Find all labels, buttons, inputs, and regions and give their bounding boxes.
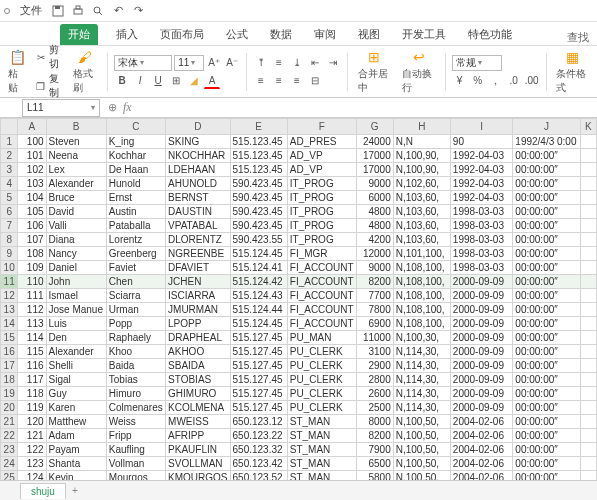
cell[interactable]: IT_PROG: [287, 233, 356, 247]
conditional-format-button[interactable]: ▦ 条件格式: [552, 49, 593, 95]
cell[interactable]: 2500: [356, 401, 393, 415]
cell[interactable]: N,100,50,: [393, 457, 450, 471]
cell[interactable]: 00:00:00″: [513, 205, 580, 219]
cell[interactable]: 00:00:00″: [513, 387, 580, 401]
cell[interactable]: 590.423.55: [230, 233, 287, 247]
align-right-icon[interactable]: ≡: [289, 73, 305, 89]
cell[interactable]: 6000: [356, 191, 393, 205]
cell[interactable]: VPATABAL: [166, 219, 230, 233]
add-sheet-button[interactable]: +: [72, 485, 78, 496]
cell[interactable]: 6500: [356, 457, 393, 471]
cell[interactable]: N,114,30,: [393, 373, 450, 387]
row-header[interactable]: 6: [1, 205, 18, 219]
cell[interactable]: [580, 317, 596, 331]
spreadsheet-grid[interactable]: ABCDEFGHIJK1100StevenK_ingSKING515.123.4…: [0, 118, 597, 500]
row-header[interactable]: 24: [1, 457, 18, 471]
font-family-select[interactable]: 宋体▾: [114, 55, 172, 71]
cell[interactable]: 1992-04-03: [450, 191, 512, 205]
find-menu[interactable]: 查找: [567, 30, 589, 45]
cell[interactable]: 515.123.45: [230, 135, 287, 149]
cell[interactable]: Bruce: [46, 191, 106, 205]
cell[interactable]: ST_MAN: [287, 443, 356, 457]
cell[interactable]: 2004-02-06: [450, 443, 512, 457]
cell[interactable]: IT_PROG: [287, 219, 356, 233]
cell[interactable]: 101: [18, 149, 46, 163]
file-menu[interactable]: 文件: [20, 3, 42, 18]
cell[interactable]: Ismael: [46, 289, 106, 303]
cell[interactable]: 1998-03-03: [450, 205, 512, 219]
cell[interactable]: FI_ACCOUNT: [287, 261, 356, 275]
cell[interactable]: PU_CLERK: [287, 345, 356, 359]
cell[interactable]: 1998-03-03: [450, 219, 512, 233]
cell[interactable]: 106: [18, 219, 46, 233]
row-header[interactable]: 9: [1, 247, 18, 261]
cell[interactable]: 00:00:00″: [513, 303, 580, 317]
cell[interactable]: Lorentz: [106, 233, 165, 247]
row-header[interactable]: 5: [1, 191, 18, 205]
save-icon[interactable]: [50, 3, 66, 19]
cell[interactable]: [580, 275, 596, 289]
cut-icon[interactable]: ✂: [34, 49, 47, 65]
cell[interactable]: 00:00:00″: [513, 177, 580, 191]
col-header-B[interactable]: B: [46, 119, 106, 135]
cell[interactable]: IT_PROG: [287, 191, 356, 205]
cell[interactable]: Weiss: [106, 415, 165, 429]
cell[interactable]: 00:00:00″: [513, 261, 580, 275]
row-header[interactable]: 15: [1, 331, 18, 345]
row-header[interactable]: 19: [1, 387, 18, 401]
cell[interactable]: N,100,90,: [393, 149, 450, 163]
cell[interactable]: GHIMURO: [166, 387, 230, 401]
undo-icon[interactable]: ↶: [110, 3, 126, 19]
cell[interactable]: 1992-04-03: [450, 163, 512, 177]
cell[interactable]: N,N: [393, 135, 450, 149]
cell[interactable]: N,108,100,: [393, 303, 450, 317]
cell[interactable]: 650.123.22: [230, 429, 287, 443]
cell[interactable]: 2000-09-09: [450, 303, 512, 317]
cell[interactable]: Colmenares: [106, 401, 165, 415]
cell[interactable]: 7900: [356, 443, 393, 457]
cell[interactable]: 17000: [356, 149, 393, 163]
tab-页面布局[interactable]: 页面布局: [156, 24, 208, 45]
cell[interactable]: Kaufling: [106, 443, 165, 457]
cell[interactable]: Pataballa: [106, 219, 165, 233]
row-header[interactable]: 18: [1, 373, 18, 387]
cell[interactable]: Sigal: [46, 373, 106, 387]
cell[interactable]: JMURMAN: [166, 303, 230, 317]
cell[interactable]: DFAVIET: [166, 261, 230, 275]
cell[interactable]: Shelli: [46, 359, 106, 373]
cell[interactable]: 102: [18, 163, 46, 177]
cell[interactable]: 515.127.45: [230, 401, 287, 415]
cell[interactable]: 00:00:00″: [513, 289, 580, 303]
cell[interactable]: 100: [18, 135, 46, 149]
cell[interactable]: NGREENBE: [166, 247, 230, 261]
col-header-F[interactable]: F: [287, 119, 356, 135]
cell[interactable]: Alexander: [46, 345, 106, 359]
cell[interactable]: Den: [46, 331, 106, 345]
cell[interactable]: [580, 177, 596, 191]
cell[interactable]: FI_ACCOUNT: [287, 317, 356, 331]
cell[interactable]: 515.124.45: [230, 247, 287, 261]
percent-icon[interactable]: %: [470, 73, 486, 89]
cell[interactable]: [580, 457, 596, 471]
cell[interactable]: Karen: [46, 401, 106, 415]
cell[interactable]: Baida: [106, 359, 165, 373]
cell[interactable]: 00:00:00″: [513, 443, 580, 457]
cell[interactable]: Guy: [46, 387, 106, 401]
cell[interactable]: Khoo: [106, 345, 165, 359]
cell[interactable]: PU_CLERK: [287, 359, 356, 373]
row-header[interactable]: 17: [1, 359, 18, 373]
decimal-inc-icon[interactable]: .0: [506, 73, 522, 89]
indent-increase-icon[interactable]: ⇥: [325, 55, 341, 71]
cell[interactable]: Lex: [46, 163, 106, 177]
cell[interactable]: 00:00:00″: [513, 359, 580, 373]
cell[interactable]: 650.123.32: [230, 443, 287, 457]
cell[interactable]: 00:00:00″: [513, 401, 580, 415]
cell[interactable]: 00:00:00″: [513, 233, 580, 247]
cell[interactable]: 515.124.41: [230, 261, 287, 275]
cell[interactable]: [580, 233, 596, 247]
col-header-D[interactable]: D: [166, 119, 230, 135]
cell[interactable]: 108: [18, 247, 46, 261]
cell[interactable]: 00:00:00″: [513, 149, 580, 163]
row-header[interactable]: 2: [1, 149, 18, 163]
cell[interactable]: Greenberg: [106, 247, 165, 261]
